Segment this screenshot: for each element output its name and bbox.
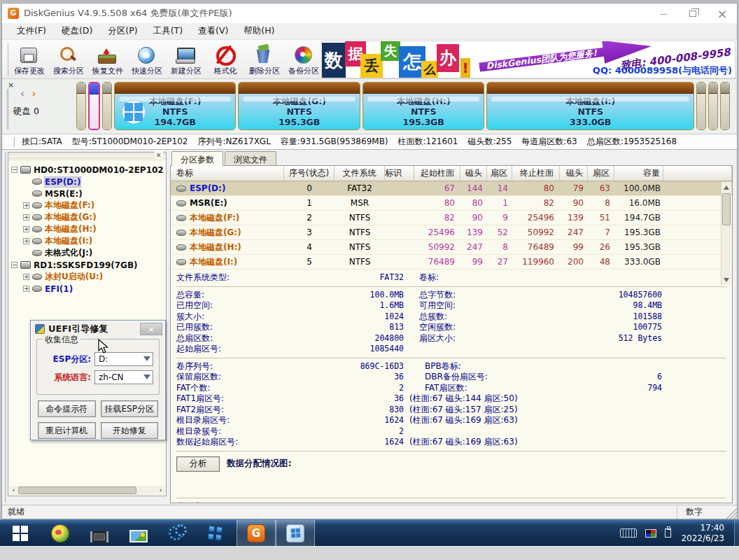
table-vertical-scrollbar[interactable] [721, 182, 731, 285]
quick-partition-button[interactable]: 快速分区 [127, 40, 167, 78]
scroll-down-arrow[interactable] [722, 275, 731, 285]
start-repair-button[interactable]: 开始修复 [101, 422, 159, 439]
system-language-select[interactable]: zh-CN [94, 370, 153, 384]
unformatted-block[interactable] [696, 82, 706, 130]
tree-item-usb-boot[interactable]: 冰封U启动(U:) [11, 271, 164, 283]
tree-item-hd0[interactable]: HD0:ST1000DM010-2EP102 (93 [11, 164, 164, 176]
partition-block-f[interactable]: 本地磁盘(F:) NTFS 194.7GB [114, 82, 236, 130]
expand-icon[interactable] [23, 238, 29, 244]
menu-view[interactable]: 查看(V) [190, 24, 236, 38]
partition-block-h[interactable]: 本地磁盘(H:) NTFS 195.3GB [363, 82, 484, 130]
col-start-cylinder[interactable]: 起始柱面 [414, 166, 460, 181]
tree-item-msr[interactable]: MSR(E:) [11, 188, 164, 200]
tree-item-local-h[interactable]: 本地磁盘(H:) [11, 223, 164, 235]
col-end-sector[interactable]: 扇区 [588, 166, 614, 181]
menu-tools[interactable]: 工具(T) [146, 24, 190, 38]
free-space-block[interactable] [720, 82, 730, 130]
scrollbar-thumb[interactable] [18, 486, 136, 494]
expand-icon[interactable] [23, 214, 29, 220]
tree-horizontal-scrollbar[interactable]: ‹ › [9, 486, 165, 495]
save-changes-button[interactable]: 保存更改 [10, 40, 49, 78]
col-filesystem[interactable]: 文件系统 [335, 166, 385, 181]
col-start-sector[interactable]: 扇区 [487, 166, 512, 181]
taskbar-app-3[interactable] [119, 520, 158, 546]
resize-grip[interactable] [726, 505, 737, 519]
col-start-head[interactable]: 磁头 [460, 166, 487, 181]
col-index-status[interactable]: 序号(状态) [284, 166, 335, 181]
table-row-local-g[interactable]: 本地磁盘(G:) 3 NTFS 25496 139 52 50992 247 7… [171, 225, 732, 240]
taskbar-app-1[interactable] [41, 520, 80, 546]
collapse-icon[interactable] [11, 167, 17, 173]
partition-block-g[interactable]: 本地磁盘(G:) NTFS 195.3GB [238, 82, 360, 130]
table-row-local-h[interactable]: 本地磁盘(H:) 4 NTFS 50992 247 8 76489 99 26 … [171, 240, 732, 255]
taskbar-app-4[interactable] [158, 520, 197, 546]
table-row-esp[interactable]: ESP(D:) 0 FAT32 67 144 14 80 79 63 100.0… [171, 181, 732, 196]
prev-disk-arrow[interactable]: ‹ [20, 88, 24, 100]
expand-icon[interactable] [23, 286, 29, 292]
tree-grip[interactable]: × [8, 153, 166, 160]
menu-partition[interactable]: 分区(P) [100, 24, 145, 38]
search-partition-button[interactable]: 搜索分区 [49, 40, 88, 78]
expand-icon[interactable] [23, 274, 29, 280]
col-capacity[interactable]: 容量 [614, 166, 663, 181]
taskbar-diskgenius[interactable]: G [237, 520, 276, 546]
usb-icon[interactable] [665, 528, 671, 538]
taskbar-clock[interactable]: 17:40 2022/6/23 [680, 520, 734, 546]
panel-splitter[interactable] [3, 153, 6, 502]
tree-item-efi[interactable]: EFI(1) [11, 283, 164, 295]
free-space-block[interactable] [76, 82, 86, 130]
scroll-right-arrow[interactable]: › [156, 486, 165, 495]
restore-button[interactable] [678, 4, 708, 23]
taskbar-app-5[interactable] [197, 520, 237, 546]
col-end-cylinder[interactable]: 终止柱面 [512, 166, 560, 181]
scroll-up-arrow[interactable] [722, 182, 731, 192]
restart-button[interactable]: 重启计算机 [38, 422, 96, 439]
mount-esp-button[interactable]: 挂载ESP分区 [101, 400, 159, 417]
format-button[interactable]: 格式化 [206, 40, 245, 78]
start-button[interactable] [0, 520, 41, 546]
taskbar-app-2[interactable] [80, 520, 119, 546]
scroll-left-arrow[interactable]: ‹ [9, 486, 18, 495]
dialog-close-button[interactable]: × [140, 323, 162, 335]
esp-partition-select[interactable]: D: [94, 352, 153, 366]
next-disk-arrow[interactable]: › [31, 88, 36, 100]
table-row-local-i[interactable]: 本地磁盘(I:) 5 NTFS 76489 99 27 119960 200 4… [171, 255, 732, 270]
tab-browse-files[interactable]: 浏览文件 [225, 151, 276, 166]
show-desktop-button[interactable] [734, 520, 739, 546]
tree-item-esp[interactable]: ESP(D:) [11, 176, 164, 188]
msr-partition-block[interactable] [102, 82, 112, 130]
tab-partition-params[interactable]: 分区参数 [171, 151, 223, 166]
analyze-button[interactable]: 分析 [176, 456, 220, 472]
command-prompt-button[interactable]: 命令提示符 [38, 400, 96, 417]
table-row-msr[interactable]: MSR(E:) 1 MSR 80 80 1 82 90 8 16.0MB [171, 196, 732, 211]
backup-partition-button[interactable]: 备份分区 [284, 40, 323, 78]
tree-item-local-g[interactable]: 本地磁盘(G:) [11, 211, 164, 223]
partition-block-i[interactable]: 本地磁盘(I:) NTFS 333.0GB [486, 82, 694, 130]
taskbar-uefi-tool[interactable] [276, 520, 315, 546]
esp-partition-block[interactable] [88, 82, 100, 130]
display-icon[interactable] [645, 529, 656, 538]
col-end-head[interactable]: 磁头 [560, 166, 588, 181]
menu-disk[interactable]: 硬盘(D) [54, 24, 100, 38]
tree-item-rd1[interactable]: RD1:SSKSFD199(7GB) [11, 259, 164, 271]
keyboard-icon[interactable] [620, 528, 637, 538]
delete-partition-button[interactable]: 删除分区 [245, 40, 284, 78]
expand-icon[interactable] [23, 202, 29, 209]
close-button[interactable] [708, 4, 737, 23]
minimize-button[interactable] [649, 4, 678, 23]
unformatted-block[interactable] [708, 82, 718, 130]
expand-icon[interactable] [23, 226, 29, 232]
recover-files-button[interactable]: 恢复文件 [88, 40, 127, 78]
menu-help[interactable]: 帮助(H) [236, 24, 282, 38]
scrollbar-thumb[interactable] [722, 193, 731, 225]
tree-item-unformatted[interactable]: 未格式化(J:) [11, 247, 164, 259]
new-partition-button[interactable]: 新建分区 [167, 40, 206, 78]
tree-item-local-i[interactable]: 本地磁盘(I:) [11, 235, 164, 247]
collapse-icon[interactable] [11, 262, 17, 268]
menu-file[interactable]: 文件(F) [9, 24, 54, 38]
col-identifier[interactable]: 标识 [385, 166, 414, 181]
col-volume-label[interactable]: 卷标 [171, 166, 284, 181]
table-row-local-f[interactable]: 本地磁盘(F:) 2 NTFS 82 90 9 25496 139 51 194… [171, 211, 732, 225]
tree-close-icon[interactable]: × [155, 151, 163, 159]
tree-item-local-f[interactable]: 本地磁盘(F:) [11, 200, 164, 211]
